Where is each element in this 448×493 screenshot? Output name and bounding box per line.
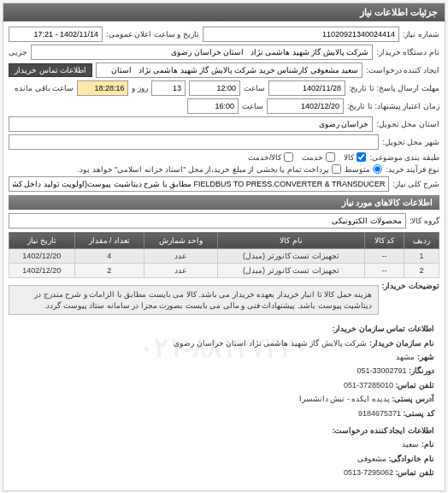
deadline-date-input[interactable] [268, 80, 345, 96]
th-4: تعداد / مقدار [74, 233, 144, 249]
chk-service[interactable]: خدمت [302, 152, 335, 162]
table-cell: عدد [144, 264, 218, 278]
goods-group-input[interactable] [9, 213, 406, 229]
classify-label: طبقه بندی موضوعی: [369, 153, 439, 162]
contact-section-title: اطلاعات تماس سازمان خریدار: [333, 324, 435, 333]
creator-phone-label: تلفن تماس: [396, 468, 435, 477]
table-cell: عدد [144, 249, 218, 264]
deadline-time-label: ساعت [244, 84, 265, 92]
creator-label: ایجاد کننده درخواست: [366, 66, 439, 74]
switch-label: دورنگار: [409, 366, 434, 375]
table-header-row: ردیف کد کالا نام کالا واحد شمارش تعداد /… [9, 233, 439, 249]
creator-name-label: نام: [421, 440, 434, 448]
th-0: ردیف [404, 233, 439, 249]
fax-label: تلفن تماس: [396, 381, 435, 389]
table-cell: 2 [404, 264, 439, 278]
validity-time-label: ساعت [242, 102, 263, 110]
table-cell: 2 [74, 264, 144, 278]
address-label: آدرس پستی: [392, 395, 435, 403]
chk-goods[interactable]: کالا [344, 152, 366, 162]
table-cell: 1 [404, 249, 439, 264]
delivery-state-label: استان محل تحویل: [376, 120, 439, 128]
goods-group-label: گروه کالا: [410, 217, 439, 225]
deadline-label: مهلت ارسال پاسخ: تا تاریخ: [349, 84, 439, 92]
city-label: شهر: [417, 353, 434, 361]
creator-input[interactable] [96, 62, 363, 78]
contact-buyer-button[interactable]: اطلاعات تماس خریدار [9, 63, 92, 77]
chk-payment-input[interactable] [332, 164, 341, 174]
key-input[interactable] [9, 176, 389, 192]
days-input[interactable] [151, 80, 186, 96]
deadline-time-input[interactable] [189, 80, 240, 96]
announce-input[interactable] [9, 27, 103, 42]
table-cell: تجهیزات تست کانورتر (مبدل) [217, 264, 364, 278]
table-row: 1--تجهیزات تست کانورتر (مبدل)عدد41402/12… [9, 249, 439, 264]
goods-section-title: اطلاعات کالاهای مورد نیاز [9, 195, 439, 210]
table-cell: 1402/12/20 [9, 264, 75, 278]
device-input[interactable] [31, 45, 373, 60]
chk-goods-input[interactable] [357, 152, 366, 162]
form-area: شماره نیاز: تاریخ و ساعت اعلان عمومی: نا… [3, 21, 445, 490]
creator-name-value: سعید [402, 440, 419, 448]
postal-value: 9184675371 [358, 409, 401, 418]
address-value: پدیده ایکده - نبش دانشسرا [299, 395, 390, 403]
partial-label: جزیی [9, 48, 27, 56]
th-3: واحد شمارش [144, 233, 218, 249]
panel-title: جزئیات اطلاعات نیاز [3, 3, 445, 21]
table-cell: -- [364, 249, 404, 264]
days-label: روز و [132, 84, 148, 92]
remain-label: ساعت باقی مانده [15, 84, 74, 92]
device-label: نام دستگاه خریدار: [376, 48, 439, 56]
fax-value: 37285010-051 [344, 381, 393, 389]
notes-box: هزینه حمل کالا تا انبار خریدار بعهده خری… [9, 285, 379, 315]
th-5: تاریخ نیاز [9, 233, 75, 249]
req-number-input[interactable] [203, 27, 399, 42]
creator-phone-value: 7295062-0513 [344, 468, 393, 477]
chk-servicegoods-input[interactable] [284, 152, 293, 162]
details-panel: جزئیات اطلاعات نیاز شماره نیاز: تاریخ و … [3, 3, 445, 491]
table-cell: 4 [74, 249, 144, 264]
purchase-type-label: نوع فرآیند خرید: [386, 165, 439, 174]
classify-group: کالا خدمت کالا/خدمت [248, 152, 367, 162]
goods-table: ردیف کد کالا نام کالا واحد شمارش تعداد /… [9, 232, 439, 278]
rb-medium-input[interactable] [373, 164, 382, 174]
org-value: شرکت پالایش گاز شهید هاشمی نژاد استان خر… [174, 339, 367, 347]
validity-date-input[interactable] [267, 98, 344, 114]
validity-label: زمان اعتبار پیشنهاد: تا تاریخ: [347, 102, 439, 110]
delivery-city-label: شهر محل تحویل: [382, 138, 439, 146]
org-label: نام سازمان خریدار: [369, 339, 434, 347]
th-2: نام کالا [217, 233, 364, 249]
rb-medium[interactable]: متوسط [345, 164, 382, 174]
contact-section: ۰۲۱-۸۸۱۲۷۳۲۰ اطلاعات تماس سازمان خریدار:… [9, 318, 439, 485]
creator-family-value: مشعوفی [357, 454, 386, 463]
announce-label: تاریخ و ساعت اعلان عمومی: [106, 30, 199, 39]
notes-label: توضیحات خریدار: [382, 282, 440, 290]
delivery-city-input[interactable] [9, 134, 379, 150]
creator-family-label: نام خانوادگی: [389, 454, 435, 463]
delivery-state-input[interactable] [9, 116, 373, 132]
chk-service-input[interactable] [326, 152, 335, 162]
switch-value: 33002791-051 [357, 366, 406, 375]
req-number-label: شماره نیاز: [403, 30, 439, 39]
remain-input[interactable] [77, 80, 128, 96]
th-1: کد کالا [364, 233, 404, 249]
chk-servicegoods[interactable]: کالا/خدمت [248, 152, 294, 162]
creator-section-title: اطلاعات ایجاد کننده درخواست: [333, 426, 435, 435]
table-row: 2--تجهیزات تست کانورتر (مبدل)عدد21402/12… [9, 264, 439, 278]
city-value: مشهد [396, 353, 415, 361]
table-cell: 1402/12/20 [9, 249, 75, 264]
table-cell: تجهیزات تست کانورتر (مبدل) [217, 249, 364, 264]
validity-time-input[interactable] [187, 98, 239, 114]
key-label: شرح کلی نیاز: [392, 180, 439, 188]
chk-payment-note[interactable]: پرداخت تمام یا بخشی از مبلغ خرید،از محل … [78, 164, 342, 174]
postal-label: کد پستی: [404, 409, 435, 418]
table-cell: -- [364, 264, 404, 278]
